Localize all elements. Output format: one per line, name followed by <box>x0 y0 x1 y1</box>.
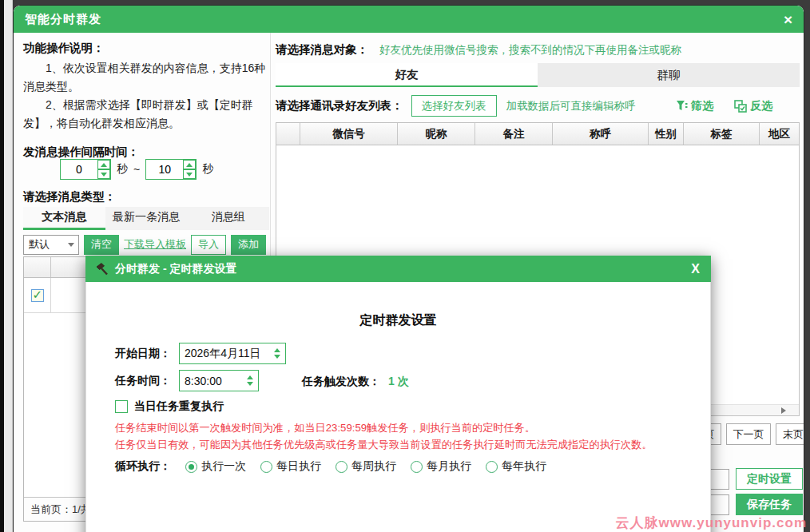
template-select-value: 默认 <box>29 237 50 252</box>
modal-titlebar: 分时群发 - 定时群发设置 X <box>85 256 711 282</box>
friend-list-note: 加载数据后可直接编辑称呼 <box>506 99 636 113</box>
start-date-label: 开始日期： <box>115 347 171 361</box>
trigger-count-label: 任务触发次数： <box>302 375 380 389</box>
message-type-tabs: 文本消息 最新一条消息 消息组 <box>23 207 269 230</box>
date-down-icon[interactable] <box>274 355 280 359</box>
repeat-checkbox-row: 当日任务重复执行 <box>115 399 224 414</box>
radio-daily[interactable]: 每日执行 <box>260 459 321 474</box>
instructions-text: 1、依次设置相关群发的内容信息，支持16种消息类型。 2、根据需求选择【即时群发… <box>23 59 268 133</box>
modal-close-button[interactable]: X <box>691 256 700 282</box>
task-time-value: 8:30:00 <box>185 375 240 387</box>
trigger-count-value: 1 次 <box>388 375 409 389</box>
tab-message-group[interactable]: 消息组 <box>187 207 269 230</box>
col-nickname[interactable]: 昵称 <box>398 123 475 145</box>
schedule-settings-button[interactable]: 定时设置 <box>736 468 803 490</box>
filter-action[interactable]: 筛选 <box>676 99 713 113</box>
message-controls: 默认 清空 下载导入模板 导入 添加 <box>23 234 266 255</box>
time-up-icon[interactable] <box>247 375 253 379</box>
interval-row: 秒 ~ 秒 <box>60 159 213 180</box>
col-salutation[interactable]: 称呼 <box>553 123 649 145</box>
import-button[interactable]: 导入 <box>191 235 226 255</box>
radio-icon <box>260 461 272 473</box>
interval-unit-1: 秒 <box>117 162 128 177</box>
loop-label: 循环执行： <box>115 459 171 474</box>
col-tag[interactable]: 标签 <box>684 123 760 145</box>
task-time-row: 任务时间： 8:30:00 <box>115 370 259 391</box>
main-titlebar: 智能分时群发 × <box>14 6 804 33</box>
instruction-line-1: 1、依次设置相关群发的内容信息，支持16种消息类型。 <box>23 59 268 96</box>
radio-icon <box>411 461 423 473</box>
instruction-line-2: 2、根据需求选择【即时群发】或【定时群发】，将自动化群发相应消息。 <box>23 96 268 133</box>
repeat-checkbox-label: 当日任务重复执行 <box>134 399 224 414</box>
template-select[interactable]: 默认 <box>23 235 79 255</box>
tab-group-chats[interactable]: 群聊 <box>538 63 800 87</box>
message-row-checkbox-checked[interactable] <box>31 289 44 302</box>
window-close-button[interactable]: × <box>784 6 792 33</box>
radio-weekly[interactable]: 每周执行 <box>336 459 396 474</box>
target-title: 请选择消息对象： <box>276 42 368 58</box>
clear-button[interactable]: 清空 <box>84 235 119 255</box>
col-region[interactable]: 地区 <box>760 123 799 145</box>
chevron-down-icon <box>68 243 74 247</box>
interval-separator: ~ <box>133 163 140 176</box>
screen: 智能分时群发 × 功能操作说明： 1、依次设置相关群发的内容信息，支持16种消息… <box>0 0 810 532</box>
task-time-stepper[interactable]: 8:30:00 <box>179 370 259 391</box>
filter-funnel-icon <box>676 100 688 112</box>
interval-min-up-icon[interactable] <box>97 160 110 169</box>
hscroll-right-arrow-icon[interactable] <box>781 407 786 414</box>
col-remark[interactable]: 备注 <box>475 123 553 145</box>
modal-heading: 定时群发设置 <box>86 312 710 329</box>
start-date-value: 2026年4月11日 <box>185 347 268 361</box>
invert-selection-icon <box>734 100 747 113</box>
start-date-stepper[interactable]: 2026年4月11日 <box>179 343 286 364</box>
invert-selection-action[interactable]: 反选 <box>734 99 772 113</box>
start-date-row: 开始日期： 2026年4月11日 <box>115 343 286 364</box>
interval-max-stepper[interactable] <box>145 159 197 180</box>
col-wechat-id[interactable]: 微信号 <box>300 123 398 145</box>
download-template-link[interactable]: 下载导入模板 <box>124 237 186 252</box>
interval-min-input[interactable] <box>61 160 97 179</box>
trigger-count-row: 任务触发次数： 1 次 <box>302 375 409 389</box>
schedule-modal: 分时群发 - 定时群发设置 X 定时群发设置 开始日期： 2026年4月11日 … <box>85 256 711 532</box>
add-button[interactable]: 添加 <box>231 235 266 255</box>
message-table-select-column <box>24 257 51 277</box>
interval-max-input[interactable] <box>146 160 183 179</box>
interval-min-down-icon[interactable] <box>97 169 110 179</box>
date-up-icon[interactable] <box>274 348 280 352</box>
radio-icon <box>336 461 347 473</box>
window-title: 智能分时群发 <box>25 12 101 27</box>
warning-line-1: 任务结束时间以第一次触发时间为准，如当日23:59:59触发任务，则执行当前的定… <box>115 419 535 436</box>
radio-monthly[interactable]: 每月执行 <box>411 459 471 474</box>
hammer-icon <box>95 262 109 276</box>
time-down-icon[interactable] <box>247 382 253 386</box>
target-tabs: 好友 群聊 <box>276 63 800 87</box>
repeat-checkbox-unchecked[interactable] <box>115 400 128 413</box>
radio-icon <box>486 461 498 473</box>
target-row: 请选择消息对象： 好友优先使用微信号搜索，搜索不到的情况下再使用备注或昵称 <box>276 42 681 58</box>
watermark: 云人脉www.yunyunvip.com <box>616 514 807 532</box>
interval-max-up-icon[interactable] <box>183 160 196 169</box>
tab-latest-message[interactable]: 最新一条消息 <box>105 207 188 230</box>
modal-title: 分时群发 - 定时群发设置 <box>115 262 236 276</box>
col-gender[interactable]: 性别 <box>649 123 684 145</box>
friend-list-title: 请选择通讯录好友列表： <box>276 98 403 113</box>
target-note: 好友优先使用微信号搜索，搜索不到的情况下再使用备注或昵称 <box>379 43 681 58</box>
tab-text-message[interactable]: 文本消息 <box>23 207 105 230</box>
tab-friends[interactable]: 好友 <box>276 63 538 87</box>
last-page-button[interactable]: 末页 <box>776 423 804 445</box>
modal-body: 定时群发设置 开始日期： 2026年4月11日 任务时间： 8:30:00 <box>85 282 711 532</box>
loop-execution-row: 循环执行： 执行一次 每日执行 每周执行 每月执行 <box>115 459 546 474</box>
radio-run-once[interactable]: 执行一次 <box>185 459 246 474</box>
col-select <box>276 123 300 145</box>
interval-max-down-icon[interactable] <box>183 169 196 179</box>
interval-unit-2: 秒 <box>202 162 213 177</box>
instructions-title: 功能操作说明： <box>23 41 105 56</box>
warning-line-2: 任务仅当日有效，可能因为其他任务优先级高或任务量大导致当前设置的任务执行延时而无… <box>115 436 653 453</box>
friend-list-row: 请选择通讯录好友列表： 选择好友列表 加载数据后可直接编辑称呼 筛选 <box>276 95 800 117</box>
save-task-button[interactable]: 保存任务 <box>736 494 803 515</box>
next-page-button[interactable]: 下一页 <box>726 423 771 445</box>
background-frame-light <box>4 0 13 532</box>
radio-yearly[interactable]: 每年执行 <box>486 459 546 474</box>
interval-min-stepper[interactable] <box>60 159 111 180</box>
select-friends-button[interactable]: 选择好友列表 <box>411 95 497 117</box>
